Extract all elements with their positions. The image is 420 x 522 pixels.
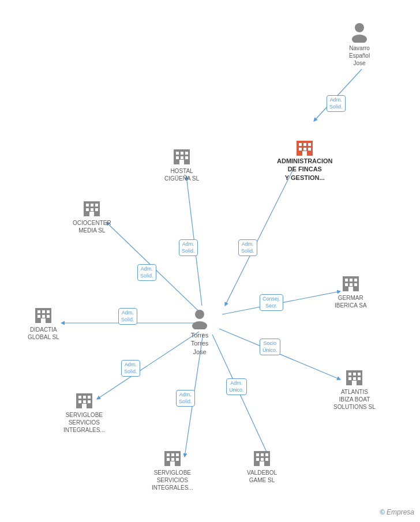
svg-rect-34: [86, 208, 89, 211]
badge-hostal-center: Adm.Solid.: [179, 239, 198, 256]
svg-rect-45: [348, 287, 353, 291]
svg-rect-28: [185, 156, 188, 159]
watermark-brand: Empresa: [387, 508, 414, 516]
svg-rect-77: [260, 461, 264, 466]
building-icon-ociocenter: [82, 199, 101, 217]
person-icon-center: [190, 309, 209, 329]
svg-rect-55: [78, 396, 81, 399]
node-navarro[interactable]: Navarro Español Jose: [349, 22, 370, 67]
svg-rect-44: [354, 283, 357, 286]
svg-rect-67: [353, 377, 356, 380]
svg-rect-36: [95, 208, 98, 211]
svg-rect-57: [88, 396, 91, 399]
building-icon-admin-fincas: [295, 138, 314, 157]
svg-rect-61: [82, 404, 87, 408]
center-label: TorresTorresJose: [191, 331, 209, 356]
svg-rect-84: [176, 458, 179, 461]
ociocenter-label: OCIOCENTER MEDIA SL: [73, 219, 111, 234]
node-serviglobe2[interactable]: SERVIGLOBE SERVICIOS INTEGRALES...: [152, 449, 193, 491]
person-icon-navarro: [350, 22, 369, 43]
svg-rect-32: [91, 204, 93, 206]
svg-rect-69: [352, 381, 357, 385]
svg-rect-81: [176, 453, 179, 456]
svg-rect-33: [95, 204, 98, 206]
svg-rect-43: [350, 283, 352, 286]
building-icon-hostal: [172, 147, 191, 166]
svg-rect-39: [345, 279, 348, 281]
atlantis-label: ATLANTIS IBIZA BOAT SOLUTIONS SL: [333, 388, 376, 411]
svg-rect-26: [176, 156, 179, 159]
germar-label: GERMAR IBERICA SA: [335, 294, 367, 309]
svg-rect-79: [167, 453, 170, 456]
building-icon-serviglobe2: [163, 449, 182, 467]
svg-rect-85: [170, 461, 175, 466]
connection-lines: [0, 0, 420, 522]
badge-serviglobe1-center: Adm.Solid.: [121, 360, 140, 377]
svg-rect-56: [83, 396, 86, 399]
node-admin-fincas[interactable]: ADMINISTRACIONDE FINCASY GESTION...: [277, 138, 333, 182]
svg-rect-42: [345, 283, 348, 286]
svg-rect-16: [303, 143, 306, 146]
node-serviglobe1[interactable]: SERVIGLOBE SERVICIOS INTEGRALES...: [63, 391, 105, 434]
network-canvas: TorresTorresJose Navarro Español Jose AD…: [0, 0, 420, 522]
svg-rect-53: [41, 318, 46, 323]
svg-rect-76: [265, 458, 268, 461]
svg-rect-73: [265, 453, 268, 456]
watermark: © Empresa: [380, 508, 414, 516]
node-didactia[interactable]: DIDACTIA GLOBAL SL: [28, 306, 59, 341]
hostal-label: HOSTAL CIGÜEÑA SL: [164, 167, 199, 182]
badge-serviglobe2-center: Adm.Solid.: [176, 390, 195, 407]
didactia-label: DIDACTIA GLOBAL SL: [28, 326, 59, 341]
svg-rect-83: [171, 458, 174, 461]
badge-atlantis-center: SocioÚnico.: [260, 339, 280, 355]
building-icon-atlantis: [345, 368, 363, 386]
svg-line-1: [225, 167, 294, 306]
svg-rect-49: [47, 310, 50, 313]
svg-rect-65: [358, 373, 361, 375]
svg-point-11: [192, 321, 207, 329]
watermark-symbol: ©: [380, 508, 385, 516]
svg-rect-82: [167, 458, 170, 461]
node-valdebol[interactable]: VALDEBOL GAME SL: [247, 449, 277, 484]
svg-point-12: [355, 23, 364, 32]
svg-rect-80: [171, 453, 174, 456]
badge-navarro-admfincas: Adm.Solid.: [327, 95, 346, 112]
svg-rect-64: [353, 373, 356, 375]
svg-rect-66: [348, 377, 351, 380]
svg-rect-40: [350, 279, 352, 281]
building-icon-valdebol: [253, 449, 271, 467]
svg-rect-47: [38, 310, 40, 313]
badge-valdebol-center: Adm.Unico.: [226, 378, 247, 395]
svg-rect-23: [176, 152, 179, 155]
svg-rect-74: [256, 458, 259, 461]
svg-rect-41: [354, 279, 357, 281]
badge-germar-center: Consej.Secr.: [260, 294, 283, 311]
svg-rect-18: [299, 148, 302, 151]
serviglobe1-label: SERVIGLOBE SERVICIOS INTEGRALES...: [63, 411, 105, 434]
svg-rect-29: [179, 160, 184, 164]
svg-rect-72: [261, 453, 264, 456]
svg-rect-24: [181, 152, 183, 155]
svg-rect-52: [47, 315, 50, 318]
svg-point-10: [195, 310, 204, 319]
svg-rect-58: [78, 400, 81, 403]
svg-rect-50: [38, 315, 40, 318]
node-germar[interactable]: GERMAR IBERICA SA: [335, 274, 367, 309]
valdebol-label: VALDEBOL GAME SL: [247, 469, 277, 484]
svg-rect-27: [181, 156, 183, 159]
node-atlantis[interactable]: ATLANTIS IBIZA BOAT SOLUTIONS SL: [333, 368, 376, 411]
node-hostal-ciguena[interactable]: HOSTAL CIGÜEÑA SL: [164, 147, 199, 182]
svg-rect-37: [89, 212, 94, 216]
center-node[interactable]: TorresTorresJose: [190, 309, 209, 356]
badge-didactia-center: Adm.Solid.: [118, 308, 137, 325]
svg-rect-60: [88, 400, 91, 403]
building-icon-serviglobe1: [75, 391, 93, 410]
navarro-label: Navarro Español Jose: [349, 44, 370, 67]
svg-rect-59: [83, 400, 86, 403]
node-ociocenter[interactable]: OCIOCENTER MEDIA SL: [73, 199, 111, 234]
svg-rect-35: [91, 208, 93, 211]
serviglobe2-label: SERVIGLOBE SERVICIOS INTEGRALES...: [152, 469, 193, 491]
svg-point-13: [352, 35, 367, 43]
svg-rect-20: [308, 148, 311, 151]
svg-rect-21: [302, 151, 307, 156]
